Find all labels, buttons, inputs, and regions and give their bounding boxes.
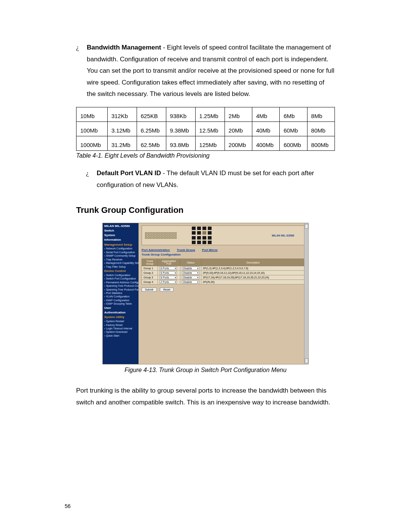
app-main: MiLAN MIL-S3580 Port Administration Trun… bbox=[139, 223, 308, 364]
status-select[interactable]: Disable bbox=[182, 267, 199, 270]
table-cell: 625KB bbox=[137, 107, 166, 121]
sidebar-item[interactable]: Spanning Tree Protocol Port Configuratio… bbox=[104, 288, 137, 291]
sidebar-item[interactable]: Switch Configuration bbox=[104, 273, 137, 277]
bullet-glyph: ¿ bbox=[76, 42, 83, 100]
table-cell: 10Mb bbox=[76, 107, 108, 121]
scrollbar-thumb-top[interactable] bbox=[305, 224, 308, 229]
status-select[interactable]: Disable bbox=[182, 271, 199, 275]
tab-trunk-group[interactable]: Trunk Group bbox=[177, 248, 195, 252]
reset-button[interactable]: Reset bbox=[160, 288, 174, 292]
tab-port-mirror[interactable]: Port Mirror bbox=[202, 248, 218, 252]
table-row: Group 38 PortsDisable2P(17,18);4P(17,18,… bbox=[142, 275, 305, 280]
sidebar-item[interactable]: Trap Receiver bbox=[104, 258, 137, 261]
table-cell: 400Mb bbox=[252, 136, 279, 150]
port-led bbox=[161, 232, 163, 234]
cell-group: Group 4 bbox=[142, 280, 158, 284]
tab-port-administration[interactable]: Port Administration bbox=[142, 248, 170, 252]
status-select[interactable]: Disable bbox=[182, 276, 199, 279]
table-cell: 938Kb bbox=[166, 107, 195, 121]
sidebar-item: Device Control bbox=[104, 269, 137, 273]
table-cell: 125Mb bbox=[195, 136, 225, 150]
port-led bbox=[148, 237, 150, 239]
cell-status: Disable bbox=[180, 280, 201, 284]
table-cell: 100Mb bbox=[76, 121, 108, 136]
button-row: Submit Reset bbox=[142, 288, 305, 292]
aggregated-port-select[interactable]: 8 Ports bbox=[159, 267, 177, 270]
col-status: Status bbox=[180, 259, 201, 266]
uplink-ports-row2 bbox=[192, 236, 212, 244]
app-brand: MiLAN MIL-S3580 bbox=[104, 224, 137, 228]
port-led bbox=[172, 237, 174, 239]
port-led bbox=[161, 235, 163, 236]
table-cell: 600Mb bbox=[280, 136, 307, 150]
table-cell: 200Mb bbox=[225, 136, 252, 150]
port-led bbox=[148, 232, 150, 234]
sidebar-item[interactable]: Trap Filter Setup bbox=[104, 265, 137, 268]
port-led bbox=[164, 237, 166, 239]
sidebar-item[interactable]: Factory Reset bbox=[104, 323, 137, 327]
sidebar-item[interactable]: VLAN Configuration bbox=[104, 295, 137, 298]
port-led bbox=[158, 237, 161, 239]
bullet-body: - Eight levels of speed control facilita… bbox=[87, 44, 334, 97]
scrollbar-thumb-bottom[interactable] bbox=[305, 358, 308, 363]
sidebar-item[interactable]: Permanent Address Configuration bbox=[104, 281, 137, 284]
embedded-screenshot: MiLAN MIL-S3580 SwitchSystemInformationM… bbox=[102, 223, 309, 364]
sidebar-item[interactable]: System Restart bbox=[104, 320, 137, 323]
device-panel: MiLAN MIL-S3580 bbox=[142, 225, 305, 245]
port-led bbox=[164, 232, 166, 234]
cell-status: Disable bbox=[180, 271, 201, 275]
aggregated-port-select[interactable]: 8 Ports bbox=[159, 271, 177, 275]
sidebar-item[interactable]: Login Timeout Interval bbox=[104, 327, 137, 330]
sidebar-item[interactable]: System Download bbox=[104, 330, 137, 334]
sidebar-item[interactable]: Switch Port Configuration bbox=[104, 277, 137, 280]
table-row: Group 28 PortsDisable2P(9,10);4P(9,10,11… bbox=[142, 271, 305, 275]
sidebar-item[interactable]: Spanning Tree Protocol Configuration bbox=[104, 284, 137, 288]
port-led bbox=[169, 232, 171, 234]
cell-description: 2P(9,10);4P(9,10,11,12);8P(9,10,11,12,13… bbox=[201, 271, 305, 275]
port-led bbox=[150, 232, 153, 234]
aggregated-port-select[interactable]: 2 Ports bbox=[159, 280, 177, 284]
sidebar-item[interactable]: Network Configuration bbox=[104, 247, 137, 250]
figure-caption: Figure 4-13. Trunk Group in Switch Port … bbox=[76, 367, 335, 374]
aggregated-port-select[interactable]: 8 Ports bbox=[159, 276, 177, 279]
status-select[interactable]: Disable bbox=[182, 280, 199, 284]
port-led bbox=[172, 232, 174, 234]
port-led bbox=[153, 237, 155, 239]
cell-description: 2P(17,18);4P(17,18,19,20);8P(17,18,19,20… bbox=[201, 275, 305, 280]
device-model-label: MiLAN MIL-S3580 bbox=[227, 234, 302, 237]
port-led bbox=[156, 237, 158, 239]
submit-button[interactable]: Submit bbox=[142, 288, 157, 292]
sidebar-item[interactable]: IGMP Snooping Table bbox=[104, 302, 137, 305]
table-row: 1000Mb31.2Mb62.5Mb93.8Mb125Mb200Mb400Mb6… bbox=[76, 136, 335, 150]
port-led bbox=[166, 232, 169, 234]
cell-aggregated-port: 8 Ports bbox=[158, 275, 180, 280]
sidebar-item: System Utility bbox=[104, 315, 137, 320]
sidebar-item[interactable]: Management Capability Setup bbox=[104, 261, 137, 265]
sidebar-item[interactable]: Port Statistics bbox=[104, 291, 137, 295]
uplink-ports-row1 bbox=[192, 227, 212, 235]
sidebar-item[interactable]: IGMP Configuration bbox=[104, 299, 137, 302]
port-led bbox=[161, 237, 163, 239]
sidebar-item[interactable]: Serial Port Configuration bbox=[104, 251, 137, 254]
scrollbar-vertical[interactable] bbox=[304, 223, 308, 364]
sidebar-item: Information bbox=[104, 238, 137, 242]
port-led-grid bbox=[145, 232, 177, 239]
table-cell: 4Mb bbox=[252, 107, 279, 121]
port-led bbox=[156, 235, 158, 236]
table-cell: 2Mb bbox=[225, 107, 252, 121]
cell-status: Disable bbox=[180, 275, 201, 280]
table-row: 10Mb312Kb625KB938Kb1.25Mb2Mb4Mb6Mb8Mb bbox=[76, 107, 335, 121]
port-led bbox=[150, 237, 153, 239]
table-cell: 62.5Mb bbox=[137, 136, 166, 150]
col-description: Description bbox=[201, 259, 305, 266]
closing-paragraph: Port trunking is the ability to group se… bbox=[76, 385, 335, 408]
cell-aggregated-port: 8 Ports bbox=[158, 271, 180, 275]
bullet-title: Bandwidth Management bbox=[87, 44, 161, 51]
sidebar-item[interactable]: Quick Start bbox=[104, 334, 137, 337]
port-led bbox=[169, 237, 171, 239]
sidebar-item: Management Setup bbox=[104, 243, 137, 247]
sidebar-item[interactable]: SNMP Community Setup bbox=[104, 254, 137, 257]
port-led bbox=[145, 237, 147, 239]
port-led bbox=[148, 235, 150, 236]
table-row: Group 42 PortsDisable2P(25,26) bbox=[142, 280, 305, 284]
